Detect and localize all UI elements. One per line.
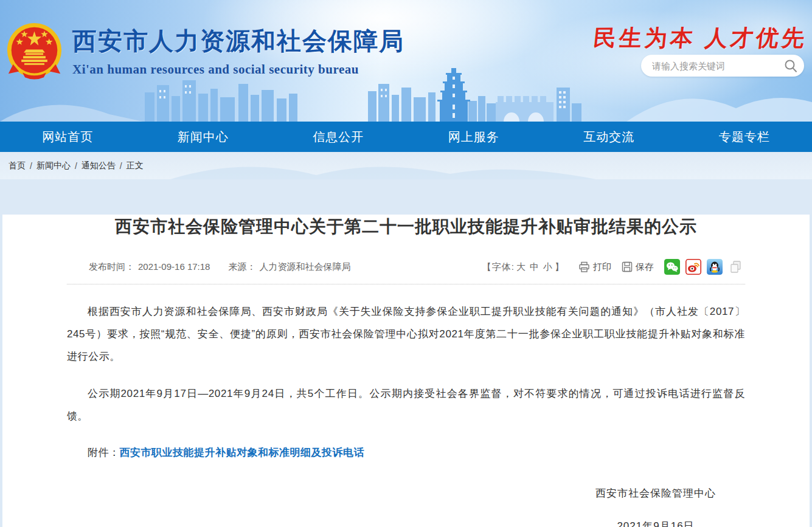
font-size-small-button[interactable]: 小 [543, 261, 553, 272]
main-nav: 网站首页 新闻中心 信息公开 网上服务 互动交流 专题专栏 [0, 122, 812, 152]
breadcrumb-separator: / [120, 161, 122, 171]
breadcrumb-mountains-graphic [170, 152, 596, 179]
save-icon [622, 261, 633, 272]
publish-time-label: 发布时间： [89, 261, 134, 272]
attachment-label: 附件： [88, 447, 120, 458]
page: 西安市人力资源和社会保障局 Xi'an human resources and … [0, 0, 812, 527]
nav-item-online-services[interactable]: 网上服务 [406, 122, 542, 152]
font-size-control: 【字体:大中小】 [482, 261, 564, 273]
breadcrumb-item-notices[interactable]: 通知公告 [82, 160, 116, 171]
breadcrumb-item-news[interactable]: 新闻中心 [36, 160, 71, 171]
search-icon[interactable] [783, 58, 798, 73]
save-button[interactable]: 保存 [622, 261, 654, 273]
article-paragraph: 公示期2021年9月17日—2021年9月24日，共5个工作日。公示期内接受社会… [67, 382, 745, 427]
article-card: 西安市社会保险管理中心关于第二十一批职业技能提升补贴审批结果的公示 发布时间：2… [2, 215, 810, 527]
site-header: 西安市人力资源和社会保障局 Xi'an human resources and … [0, 0, 812, 122]
source-value: 人力资源和社会保障局 [260, 261, 351, 272]
article-meta-row: 发布时间：2021-09-16 17:18 来源：人力资源和社会保障局 【字体:… [67, 259, 745, 284]
site-subtitle-english: Xi'an human resources and social securit… [72, 62, 404, 77]
search-box [641, 55, 804, 77]
breadcrumb: 首页 / 新闻中心 / 通知公告 / 正文 [0, 152, 812, 179]
font-size-prefix: 【字体: [482, 261, 515, 272]
national-emblem-logo [5, 22, 64, 81]
article-paragraph: 根据西安市人力资源和社会保障局、西安市财政局《关于失业保险支持参保企业职工提升职… [67, 300, 745, 368]
breadcrumb-item-home[interactable]: 首页 [9, 160, 26, 171]
nav-item-interaction[interactable]: 互动交流 [541, 122, 677, 152]
article-body: 根据西安市人力资源和社会保障局、西安市财政局《关于失业保险支持参保企业职工提升职… [67, 300, 745, 527]
weibo-share-icon[interactable] [685, 259, 701, 275]
source-label: 来源： [229, 261, 256, 272]
print-button[interactable]: 打印 [578, 261, 611, 273]
signature-date: 2021年9月16日 [595, 519, 716, 527]
publish-time-value: 2021-09-16 17:18 [138, 261, 210, 272]
nav-item-special-topics[interactable]: 专题专栏 [677, 122, 812, 152]
nav-item-home[interactable]: 网站首页 [0, 122, 136, 152]
printer-icon [578, 261, 590, 273]
signature-block: 西安市社会保险管理中心 2021年9月16日 [595, 486, 716, 527]
article-meta: 发布时间：2021-09-16 17:18 来源：人力资源和社会保障局 [89, 261, 355, 273]
copy-link-icon[interactable] [728, 259, 744, 275]
print-label: 打印 [593, 261, 611, 273]
attachment-line: 附件：西安市职业技能提升补贴对象和标准明细及投诉电话 [67, 446, 745, 460]
breadcrumb-separator: / [30, 161, 32, 171]
qq-share-icon[interactable] [707, 259, 723, 275]
font-size-large-button[interactable]: 大 [516, 261, 526, 272]
save-label: 保存 [636, 261, 654, 273]
breadcrumb-separator: / [75, 161, 77, 171]
nav-item-info-disclosure[interactable]: 信息公开 [271, 122, 406, 152]
wechat-share-icon[interactable] [664, 259, 680, 275]
site-titles: 西安市人力资源和社会保障局 Xi'an human resources and … [72, 22, 404, 77]
article-title: 西安市社会保险管理中心关于第二十一批职业技能提升补贴审批结果的公示 [67, 215, 745, 238]
slogan-calligraphy: 民生为本 人才优先 [592, 23, 809, 53]
breadcrumb-item-current: 正文 [127, 160, 144, 171]
signature-org: 西安市社会保险管理中心 [595, 486, 716, 500]
brand: 西安市人力资源和社会保障局 Xi'an human resources and … [5, 22, 404, 81]
article-tools: 【字体:大中小】 打印 保存 [482, 259, 744, 275]
attachment-link[interactable]: 西安市职业技能提升补贴对象和标准明细及投诉电话 [120, 447, 365, 458]
nav-item-news[interactable]: 新闻中心 [136, 122, 271, 152]
font-size-suffix: 】 [555, 261, 564, 272]
font-size-medium-button[interactable]: 中 [530, 261, 540, 272]
site-title: 西安市人力资源和社会保障局 [72, 24, 404, 58]
search-input[interactable] [641, 55, 804, 77]
